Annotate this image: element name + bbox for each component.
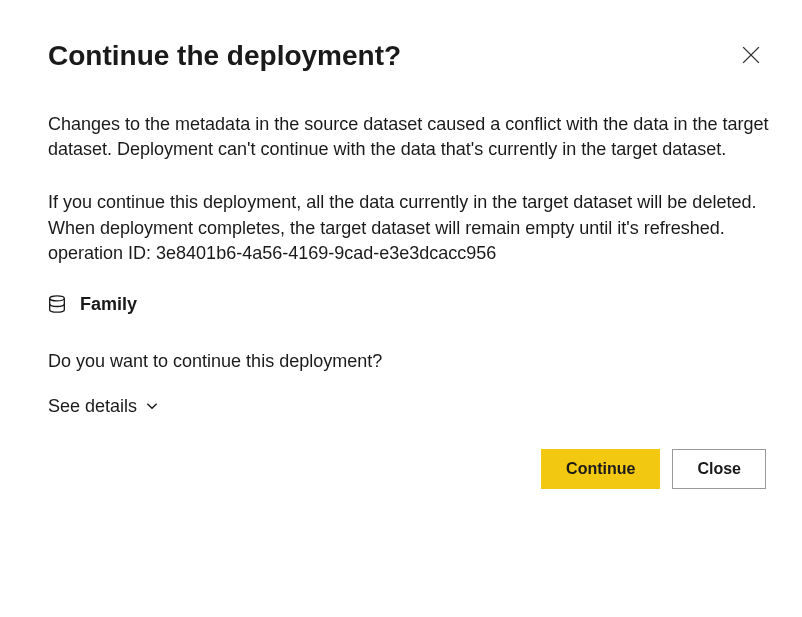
close-icon bbox=[742, 46, 760, 64]
close-icon-button[interactable] bbox=[738, 42, 764, 68]
dataset-row: Family bbox=[48, 294, 770, 315]
chevron-down-icon bbox=[145, 399, 159, 413]
dialog-title: Continue the deployment? bbox=[48, 40, 401, 72]
svg-point-2 bbox=[50, 296, 65, 301]
continue-button[interactable]: Continue bbox=[541, 449, 660, 489]
close-button[interactable]: Close bbox=[672, 449, 766, 489]
see-details-label: See details bbox=[48, 396, 137, 417]
dataset-name: Family bbox=[80, 294, 137, 315]
deployment-confirm-dialog: Continue the deployment? Changes to the … bbox=[0, 0, 802, 521]
dialog-footer: Continue Close bbox=[48, 449, 770, 489]
database-icon bbox=[48, 295, 66, 313]
confirm-question: Do you want to continue this deployment? bbox=[48, 351, 770, 372]
dialog-header: Continue the deployment? bbox=[48, 40, 770, 72]
warning-paragraph-2: If you continue this deployment, all the… bbox=[48, 190, 770, 266]
warning-paragraph-1: Changes to the metadata in the source da… bbox=[48, 112, 770, 162]
see-details-toggle[interactable]: See details bbox=[48, 396, 159, 417]
